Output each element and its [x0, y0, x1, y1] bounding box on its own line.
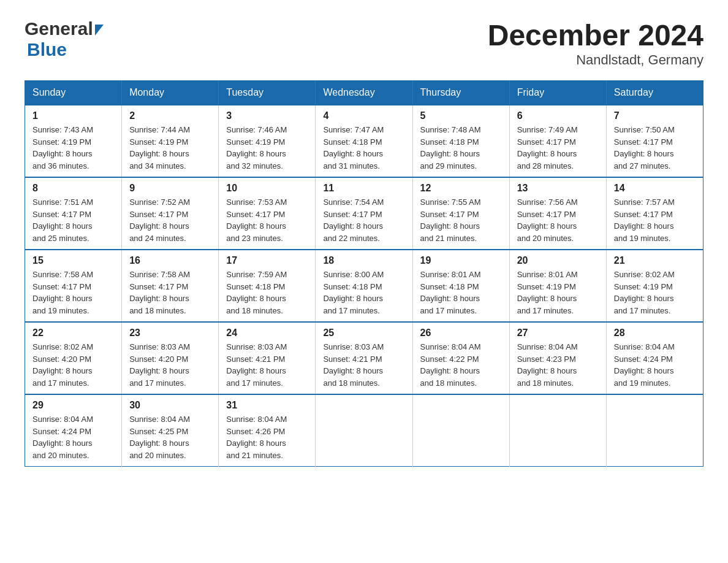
logo-general-text: General — [25, 18, 93, 39]
day-number: 26 — [420, 327, 502, 339]
day-info: Sunrise: 8:04 AMSunset: 4:24 PMDaylight:… — [614, 341, 696, 389]
day-info: Sunrise: 7:58 AMSunset: 4:17 PMDaylight:… — [129, 269, 211, 316]
calendar-day-cell: 24 Sunrise: 8:03 AMSunset: 4:21 PMDaylig… — [219, 322, 316, 394]
page-header: General Blue December 2024 Nandlstadt, G… — [25, 18, 703, 68]
day-info: Sunrise: 7:49 AMSunset: 4:17 PMDaylight:… — [517, 124, 599, 172]
day-info: Sunrise: 7:51 AMSunset: 4:17 PMDaylight:… — [32, 196, 114, 244]
title-area: December 2024 Nandlstadt, Germany — [488, 18, 703, 68]
day-number: 17 — [226, 255, 308, 266]
calendar-day-cell: 10 Sunrise: 7:53 AMSunset: 4:17 PMDaylig… — [219, 177, 316, 250]
day-info: Sunrise: 7:54 AMSunset: 4:17 PMDaylight:… — [323, 196, 404, 244]
day-info: Sunrise: 8:03 AMSunset: 4:20 PMDaylight:… — [129, 341, 211, 389]
day-info: Sunrise: 7:43 AMSunset: 4:19 PMDaylight:… — [32, 124, 114, 172]
day-number: 30 — [129, 400, 211, 411]
day-number: 11 — [323, 183, 404, 194]
day-number: 10 — [226, 183, 308, 194]
day-info: Sunrise: 8:01 AMSunset: 4:19 PMDaylight:… — [517, 269, 599, 316]
calendar-day-cell: 7 Sunrise: 7:50 AMSunset: 4:17 PMDayligh… — [606, 105, 703, 177]
day-number: 23 — [129, 327, 211, 339]
calendar-day-cell: 13 Sunrise: 7:56 AMSunset: 4:17 PMDaylig… — [509, 177, 606, 250]
day-number: 22 — [32, 327, 114, 339]
calendar-week-row: 8 Sunrise: 7:51 AMSunset: 4:17 PMDayligh… — [25, 177, 703, 250]
calendar-day-cell: 18 Sunrise: 8:00 AMSunset: 4:18 PMDaylig… — [316, 250, 412, 322]
weekday-header: Saturday — [606, 81, 703, 105]
day-number: 24 — [226, 327, 308, 339]
day-number: 2 — [129, 110, 211, 121]
page-subtitle: Nandlstadt, Germany — [488, 52, 703, 68]
calendar-day-cell: 12 Sunrise: 7:55 AMSunset: 4:17 PMDaylig… — [412, 177, 509, 250]
day-number: 28 — [614, 327, 696, 339]
calendar-day-cell: 31 Sunrise: 8:04 AMSunset: 4:26 PMDaylig… — [219, 394, 316, 467]
calendar-day-cell: 1 Sunrise: 7:43 AMSunset: 4:19 PMDayligh… — [25, 105, 122, 177]
day-info: Sunrise: 8:02 AMSunset: 4:19 PMDaylight:… — [614, 269, 696, 316]
calendar-day-cell: 27 Sunrise: 8:04 AMSunset: 4:23 PMDaylig… — [509, 322, 606, 394]
calendar-day-cell: 30 Sunrise: 8:04 AMSunset: 4:25 PMDaylig… — [122, 394, 219, 467]
calendar-day-cell: 6 Sunrise: 7:49 AMSunset: 4:17 PMDayligh… — [509, 105, 606, 177]
logo: General Blue — [25, 18, 104, 60]
calendar-day-cell: 26 Sunrise: 8:04 AMSunset: 4:22 PMDaylig… — [412, 322, 509, 394]
day-info: Sunrise: 8:01 AMSunset: 4:18 PMDaylight:… — [420, 269, 502, 316]
day-info: Sunrise: 7:57 AMSunset: 4:17 PMDaylight:… — [614, 196, 696, 244]
day-info: Sunrise: 8:04 AMSunset: 4:25 PMDaylight:… — [129, 413, 211, 461]
weekday-header: Thursday — [412, 81, 509, 105]
weekday-header: Friday — [509, 81, 606, 105]
day-info: Sunrise: 8:04 AMSunset: 4:24 PMDaylight:… — [32, 413, 114, 461]
calendar-week-row: 29 Sunrise: 8:04 AMSunset: 4:24 PMDaylig… — [25, 394, 703, 467]
day-number: 14 — [614, 183, 696, 194]
day-number: 27 — [517, 327, 599, 339]
calendar-day-cell: 4 Sunrise: 7:47 AMSunset: 4:18 PMDayligh… — [316, 105, 412, 177]
day-number: 12 — [420, 183, 502, 194]
calendar-table: SundayMondayTuesdayWednesdayThursdayFrid… — [25, 80, 703, 467]
day-info: Sunrise: 8:03 AMSunset: 4:21 PMDaylight:… — [323, 341, 404, 389]
calendar-day-cell — [606, 394, 703, 467]
calendar-day-cell — [316, 394, 412, 467]
calendar-day-cell: 11 Sunrise: 7:54 AMSunset: 4:17 PMDaylig… — [316, 177, 412, 250]
calendar-day-cell: 17 Sunrise: 7:59 AMSunset: 4:18 PMDaylig… — [219, 250, 316, 322]
day-number: 13 — [517, 183, 599, 194]
calendar-day-cell: 2 Sunrise: 7:44 AMSunset: 4:19 PMDayligh… — [122, 105, 219, 177]
day-info: Sunrise: 7:55 AMSunset: 4:17 PMDaylight:… — [420, 196, 502, 244]
day-info: Sunrise: 7:50 AMSunset: 4:17 PMDaylight:… — [614, 124, 696, 172]
day-info: Sunrise: 7:56 AMSunset: 4:17 PMDaylight:… — [517, 196, 599, 244]
day-info: Sunrise: 7:59 AMSunset: 4:18 PMDaylight:… — [226, 269, 308, 316]
calendar-day-cell: 16 Sunrise: 7:58 AMSunset: 4:17 PMDaylig… — [122, 250, 219, 322]
calendar-week-row: 1 Sunrise: 7:43 AMSunset: 4:19 PMDayligh… — [25, 105, 703, 177]
day-number: 15 — [32, 255, 114, 266]
day-number: 29 — [32, 400, 114, 411]
day-number: 4 — [323, 110, 404, 121]
calendar-week-row: 15 Sunrise: 7:58 AMSunset: 4:17 PMDaylig… — [25, 250, 703, 322]
day-number: 6 — [517, 110, 599, 121]
weekday-header: Monday — [122, 81, 219, 105]
calendar-day-cell: 22 Sunrise: 8:02 AMSunset: 4:20 PMDaylig… — [25, 322, 122, 394]
day-number: 16 — [129, 255, 211, 266]
day-number: 3 — [226, 110, 308, 121]
calendar-day-cell: 20 Sunrise: 8:01 AMSunset: 4:19 PMDaylig… — [509, 250, 606, 322]
day-number: 5 — [420, 110, 502, 121]
calendar-header-row: SundayMondayTuesdayWednesdayThursdayFrid… — [25, 81, 703, 105]
calendar-day-cell: 25 Sunrise: 8:03 AMSunset: 4:21 PMDaylig… — [316, 322, 412, 394]
page-title: December 2024 — [488, 18, 703, 52]
day-number: 31 — [226, 400, 308, 411]
day-info: Sunrise: 7:47 AMSunset: 4:18 PMDaylight:… — [323, 124, 404, 172]
day-info: Sunrise: 8:02 AMSunset: 4:20 PMDaylight:… — [32, 341, 114, 389]
calendar-day-cell: 9 Sunrise: 7:52 AMSunset: 4:17 PMDayligh… — [122, 177, 219, 250]
calendar-day-cell: 19 Sunrise: 8:01 AMSunset: 4:18 PMDaylig… — [412, 250, 509, 322]
calendar-day-cell: 15 Sunrise: 7:58 AMSunset: 4:17 PMDaylig… — [25, 250, 122, 322]
logo-blue-text: Blue — [25, 39, 67, 60]
day-info: Sunrise: 7:52 AMSunset: 4:17 PMDaylight:… — [129, 196, 211, 244]
day-info: Sunrise: 8:04 AMSunset: 4:23 PMDaylight:… — [517, 341, 599, 389]
day-info: Sunrise: 8:04 AMSunset: 4:22 PMDaylight:… — [420, 341, 502, 389]
calendar-day-cell: 29 Sunrise: 8:04 AMSunset: 4:24 PMDaylig… — [25, 394, 122, 467]
weekday-header: Tuesday — [219, 81, 316, 105]
calendar-day-cell: 8 Sunrise: 7:51 AMSunset: 4:17 PMDayligh… — [25, 177, 122, 250]
day-number: 19 — [420, 255, 502, 266]
day-info: Sunrise: 8:00 AMSunset: 4:18 PMDaylight:… — [323, 269, 404, 316]
calendar-day-cell: 14 Sunrise: 7:57 AMSunset: 4:17 PMDaylig… — [606, 177, 703, 250]
day-number: 1 — [32, 110, 114, 121]
calendar-day-cell — [412, 394, 509, 467]
calendar-week-row: 22 Sunrise: 8:02 AMSunset: 4:20 PMDaylig… — [25, 322, 703, 394]
day-number: 21 — [614, 255, 696, 266]
day-info: Sunrise: 8:04 AMSunset: 4:26 PMDaylight:… — [226, 413, 308, 461]
calendar-day-cell: 28 Sunrise: 8:04 AMSunset: 4:24 PMDaylig… — [606, 322, 703, 394]
day-number: 18 — [323, 255, 404, 266]
